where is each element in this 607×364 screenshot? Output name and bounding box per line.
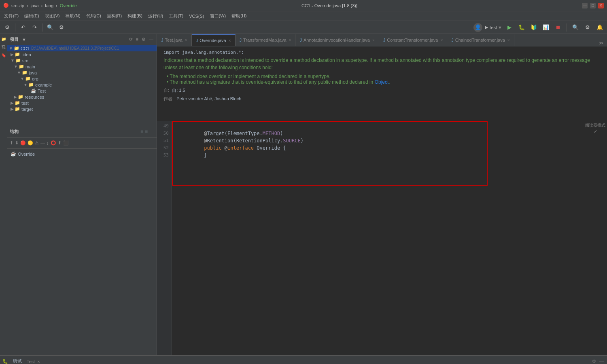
app-icon: 🔴: [3, 3, 9, 8]
window-title: CC1 - Override.java [1.8 (3)]: [301, 3, 357, 8]
avatar[interactable]: 👤: [473, 23, 482, 32]
menu-code[interactable]: 代码(C): [84, 12, 104, 20]
project-action-2[interactable]: ≡: [135, 36, 139, 43]
tree-item-cc1[interactable]: ▼ 📁 CC1 D:\JAVA\IDEA\IntelliJ IDEA 2021.…: [7, 45, 157, 51]
struct-btn-6[interactable]: —: [40, 141, 45, 146]
debug-settings[interactable]: ⚙: [591, 358, 597, 364]
run-config: ▶ Test ▼: [485, 25, 502, 30]
tab-close-ct[interactable]: ×: [440, 38, 443, 42]
settings2-button[interactable]: ⚙: [583, 23, 592, 32]
tab-icon-aih: J: [299, 38, 302, 42]
tree-label-test-dir: test: [21, 101, 29, 106]
structure-item-override[interactable]: ☕ Override: [9, 150, 155, 157]
bookmark-icon[interactable]: 🔖: [0, 52, 7, 58]
notifications-button[interactable]: 🔔: [595, 23, 605, 32]
tree-item-test[interactable]: ▶ ☕ Test: [7, 88, 157, 94]
menu-view[interactable]: 视图(V): [42, 12, 62, 20]
tab-more-button[interactable]: ≫: [596, 40, 607, 46]
caret-org: ▼: [20, 76, 24, 81]
line-num-49: 49: [157, 123, 169, 130]
menu-tools[interactable]: 工具(T): [166, 12, 186, 20]
struct-btn-10[interactable]: ⬛: [63, 140, 69, 146]
tree-item-target[interactable]: ▶ 📁 target: [7, 106, 157, 112]
tab-label-test: Test.java: [165, 38, 183, 42]
project-action-3[interactable]: ⚙: [141, 36, 146, 43]
run-button[interactable]: ▶: [505, 23, 514, 32]
menu-run[interactable]: 运行(U): [146, 12, 166, 20]
tab-aih[interactable]: J AnnotationInvocationHandler.java ×: [295, 34, 379, 46]
settings-button[interactable]: ⚙: [57, 23, 66, 32]
project-structure-button[interactable]: ⚙: [2, 23, 12, 32]
tab-chained[interactable]: J ChainedTransformer.java ×: [447, 34, 514, 46]
coverage-button[interactable]: 🔰: [529, 23, 539, 32]
tab-transformedmap[interactable]: J TransformedMap.java ×: [236, 34, 296, 46]
menu-vcs[interactable]: VCS(S): [187, 13, 206, 19]
struct-btn-8[interactable]: ⭕: [51, 140, 56, 146]
tree-item-test-dir[interactable]: ▶ 📁 test: [7, 100, 157, 106]
debug-minimize[interactable]: —: [599, 358, 605, 364]
struct-btn-1[interactable]: ⬆: [10, 140, 13, 146]
tab-close-chained[interactable]: ×: [507, 38, 510, 42]
reading-mode-icon[interactable]: ✓: [594, 129, 597, 134]
redo-button[interactable]: ↷: [30, 23, 39, 32]
project-dropdown-icon[interactable]: ▼: [22, 37, 26, 42]
debug-close-btn[interactable]: ×: [37, 359, 40, 364]
stop-button[interactable]: ⏹: [553, 23, 563, 32]
project-icon[interactable]: 📁: [0, 36, 7, 42]
menu-refactor[interactable]: 重构(R): [104, 12, 124, 20]
maximize-button[interactable]: □: [590, 3, 596, 8]
menu-nav[interactable]: 导航(N): [63, 12, 83, 20]
tree-item-java[interactable]: ▼ 📁 java: [7, 70, 157, 76]
debug-test-label[interactable]: Test: [27, 359, 35, 364]
profile-button[interactable]: 📊: [541, 23, 551, 32]
tab-override[interactable]: J Override.java ×: [192, 34, 236, 46]
struct-btn-7[interactable]: ↕: [47, 141, 49, 146]
debug-tab-label[interactable]: 调试: [11, 357, 24, 364]
tab-ct[interactable]: J ConstantTransformer.java ×: [379, 34, 448, 46]
tree-label-example: example: [35, 83, 52, 87]
tab-close-test[interactable]: ×: [185, 38, 187, 42]
java-icon-test: ☕: [31, 88, 36, 93]
tree-item-idea[interactable]: ▶ 📁 .idea: [7, 51, 157, 57]
menu-file[interactable]: 文件(F): [2, 12, 21, 20]
struct-action-2[interactable]: ≡: [145, 129, 148, 135]
project-action-1[interactable]: ⟳: [128, 36, 134, 43]
struct-btn-3[interactable]: 🔴: [20, 140, 26, 146]
caret-target: ▶: [11, 107, 14, 111]
struct-minimize[interactable]: —: [149, 129, 154, 135]
project-minimize[interactable]: —: [148, 36, 154, 43]
menu-help[interactable]: 帮助(H): [229, 12, 249, 20]
undo-button[interactable]: ↶: [18, 23, 28, 32]
minimize-button[interactable]: —: [582, 3, 588, 8]
tab-test[interactable]: J Test.java ×: [157, 34, 192, 46]
menu-edit[interactable]: 编辑(E): [22, 12, 42, 20]
debug-icon[interactable]: 🐛: [2, 359, 8, 364]
tab-close-override[interactable]: ×: [229, 38, 231, 43]
struct-action-1[interactable]: ≡: [140, 129, 143, 135]
tree-item-src[interactable]: ▼ 📁 src: [7, 57, 157, 63]
tree-item-org[interactable]: ▼ 📁 org: [7, 76, 157, 82]
project-panel: 项目 ▼ ⟳ ≡ ⚙ — ▼ 📁 CC1 D:\JAVA\IDEA\Intell…: [7, 34, 157, 355]
tab-close-tm[interactable]: ×: [289, 38, 291, 42]
tab-close-aih[interactable]: ×: [372, 38, 375, 42]
tree-item-main[interactable]: ▼ 📁 main: [7, 63, 157, 70]
search-button[interactable]: 🔍: [45, 23, 55, 32]
tree-label-src: src: [22, 58, 28, 63]
tab-label-aih: AnnotationInvocationHandler.java: [304, 38, 370, 42]
struct-btn-5[interactable]: ⚠: [35, 140, 39, 146]
debug-button[interactable]: 🐛: [517, 23, 526, 32]
struct-btn-9[interactable]: ⬆: [58, 140, 62, 146]
editor-area: J Test.java × J Override.java × J Transf…: [157, 34, 607, 355]
global-search-button[interactable]: 🔍: [571, 23, 580, 32]
code-area[interactable]: @Target(ElementType.METHOD) @Retention(R…: [172, 121, 607, 355]
structure-icon[interactable]: 🏗: [0, 44, 7, 50]
tree-item-example[interactable]: ▼ 📁 example: [7, 82, 157, 88]
menu-window[interactable]: 窗口(W): [208, 12, 229, 20]
tree-item-resources[interactable]: ▶ 📁 resources: [7, 94, 157, 100]
struct-btn-4[interactable]: 🟡: [28, 140, 33, 146]
folder-icon-example: 📁: [28, 82, 34, 87]
struct-btn-2[interactable]: ⬇: [15, 140, 19, 146]
menu-build[interactable]: 构建(B): [125, 12, 145, 20]
reading-mode-label[interactable]: 阅读器模式: [585, 123, 605, 128]
close-button[interactable]: ×: [598, 3, 604, 8]
